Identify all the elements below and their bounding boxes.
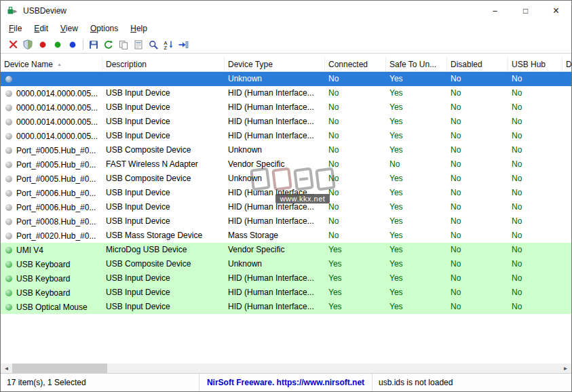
cell-d: [563, 157, 571, 172]
cell-usb-hub: No: [508, 86, 563, 100]
device-name-text: Port_#0005.Hub_#0...: [16, 146, 96, 155]
usb-blue-dot-button[interactable]: [65, 37, 80, 52]
scroll-right-icon[interactable]: ►: [560, 364, 571, 373]
cell-description: USB Input Device: [102, 86, 225, 100]
column-header-description[interactable]: Description: [102, 57, 225, 71]
column-label: Description: [106, 60, 147, 69]
menu-view[interactable]: View: [54, 22, 84, 35]
delete-button[interactable]: [5, 37, 20, 52]
cell-usb-hub: No: [508, 72, 563, 86]
svg-text:Z: Z: [164, 44, 167, 50]
cell-connected: No: [325, 172, 386, 186]
cell-connected: Yes: [325, 243, 386, 257]
column-header-disabled[interactable]: Disabled: [447, 57, 508, 71]
connect-green-dot-button[interactable]: [50, 37, 65, 52]
column-header-safe-to-un[interactable]: Safe To Un...: [386, 57, 447, 71]
column-header-connected[interactable]: Connected: [325, 57, 386, 71]
cell-device-type: HID (Human Interface...: [225, 286, 325, 300]
nirsoft-link[interactable]: NirSoft Freeware. https://www.nirsoft.ne…: [199, 374, 373, 391]
column-header-device-type[interactable]: Device Type: [225, 57, 325, 71]
column-label: Disabled: [451, 60, 482, 69]
usb-blue-dot-icon: [69, 41, 77, 49]
device-row[interactable]: UnknownNoYesNoNo: [1, 72, 571, 86]
scrollbar-thumb[interactable]: [12, 364, 107, 373]
menu-file[interactable]: File: [3, 22, 28, 35]
save-button[interactable]: [86, 37, 101, 52]
cell-d: [563, 72, 571, 86]
scroll-left-icon[interactable]: ◄: [1, 364, 12, 373]
device-name-text: UMI V4: [16, 246, 43, 255]
device-list: Device Name▲DescriptionDevice TypeConnec…: [1, 54, 571, 373]
disconnect-red-dot-button[interactable]: [35, 37, 50, 52]
properties-button[interactable]: [131, 37, 146, 52]
cell-safe-to-un: Yes: [386, 86, 447, 100]
cell-device-type: HID (Human Interface...: [225, 300, 325, 314]
cell-d: [563, 300, 571, 314]
device-row[interactable]: Port_#0020.Hub_#0...USB Mass Storage Dev…: [1, 229, 571, 243]
cell-usb-hub: No: [508, 229, 563, 243]
menu-edit[interactable]: Edit: [28, 22, 54, 35]
app-icon[interactable]: [7, 5, 18, 16]
connect-green-dot-icon: [54, 41, 62, 49]
device-row[interactable]: UMI V4MicroDog USB DeviceVendor Specific…: [1, 243, 571, 257]
cell-device-type: HID (Human Interface...: [225, 200, 325, 214]
cell-device-type: HID (Human Interface...: [225, 186, 325, 200]
device-row[interactable]: 0000.0014.0000.005...USB Input DeviceHID…: [1, 129, 571, 143]
maximize-button[interactable]: □: [510, 1, 541, 21]
cell-usb-hub: No: [508, 243, 563, 257]
refresh-button[interactable]: [101, 37, 116, 52]
device-row[interactable]: Port_#0005.Hub_#0...USB Composite Device…: [1, 172, 571, 186]
cell-usb-hub: No: [508, 115, 563, 129]
cell-usb-hub: No: [508, 271, 563, 286]
column-header-usb-hub[interactable]: USB Hub: [508, 57, 563, 71]
close-button[interactable]: ×: [541, 1, 571, 21]
device-row[interactable]: USB Optical MouseUSB Input DeviceHID (Hu…: [1, 300, 571, 314]
device-row[interactable]: USB KeyboardUSB Input DeviceHID (Human I…: [1, 271, 571, 286]
column-header-device-name[interactable]: Device Name▲: [1, 57, 102, 71]
device-name-text: Port_#0005.Hub_#0...: [16, 174, 96, 184]
column-header-d[interactable]: D: [563, 57, 571, 71]
device-row[interactable]: Port_#0005.Hub_#0...FAST Wireless N Adap…: [1, 157, 571, 172]
cell-connected: Yes: [325, 257, 386, 271]
device-row[interactable]: USB KeyboardUSB Composite DeviceUnknownY…: [1, 257, 571, 271]
device-status-icon: [5, 161, 12, 168]
device-row[interactable]: 0000.0014.0000.005...USB Input DeviceHID…: [1, 86, 571, 100]
device-row[interactable]: 0000.0014.0000.005...USB Input DeviceHID…: [1, 100, 571, 115]
sort-az-button[interactable]: AZ: [161, 37, 176, 52]
cell-connected: No: [325, 229, 386, 243]
device-name-text: USB Optical Mouse: [16, 302, 88, 312]
scrollbar-track[interactable]: [107, 364, 560, 373]
device-row[interactable]: Port_#0005.Hub_#0...USB Composite Device…: [1, 143, 571, 157]
minimize-button[interactable]: −: [480, 1, 510, 21]
device-row[interactable]: Port_#0006.Hub_#0...USB Input DeviceHID …: [1, 200, 571, 214]
cell-disabled: No: [447, 257, 508, 271]
cell-safe-to-un: Yes: [386, 229, 447, 243]
cell-disabled: No: [447, 229, 508, 243]
cell-description: USB Composite Device: [102, 257, 225, 271]
toolbar-separator: [83, 39, 83, 50]
device-row[interactable]: 0000.0014.0000.005...USB Input DeviceHID…: [1, 115, 571, 129]
device-row[interactable]: USB KeyboardUSB Input DeviceHID (Human I…: [1, 286, 571, 300]
menu-help[interactable]: Help: [124, 22, 153, 35]
horizontal-scrollbar[interactable]: ◄ ►: [1, 364, 571, 373]
cell-device-type: Unknown: [225, 172, 325, 186]
list-empty-area: [1, 314, 571, 364]
device-row[interactable]: Port_#0006.Hub_#0...USB Input DeviceHID …: [1, 186, 571, 200]
device-row[interactable]: Port_#0008.Hub_#0...USB Input DeviceHID …: [1, 214, 571, 229]
cell-device-name: USB Optical Mouse: [1, 300, 102, 314]
copy-button[interactable]: [116, 37, 131, 52]
cell-safe-to-un: No: [386, 157, 447, 172]
menu-options[interactable]: Options: [84, 22, 124, 35]
sort-az-icon: AZ: [164, 40, 174, 50]
cell-device-type: Vendor Specific: [225, 243, 325, 257]
uninstall-shield-button[interactable]: [20, 37, 35, 52]
cell-device-name: 0000.0014.0000.005...: [1, 115, 102, 129]
title-bar[interactable]: USBDeview − □ ×: [1, 1, 571, 21]
column-label: Device Type: [228, 60, 273, 69]
open-regedit-button[interactable]: [176, 37, 191, 52]
usbdeview-window: USBDeview − □ × FileEditViewOptionsHelp …: [0, 0, 572, 392]
cell-device-type: Mass Storage: [225, 229, 325, 243]
device-name-text: 0000.0014.0000.005...: [16, 103, 98, 113]
find-button[interactable]: [146, 37, 161, 52]
cell-description: FAST Wireless N Adapter: [102, 157, 225, 172]
